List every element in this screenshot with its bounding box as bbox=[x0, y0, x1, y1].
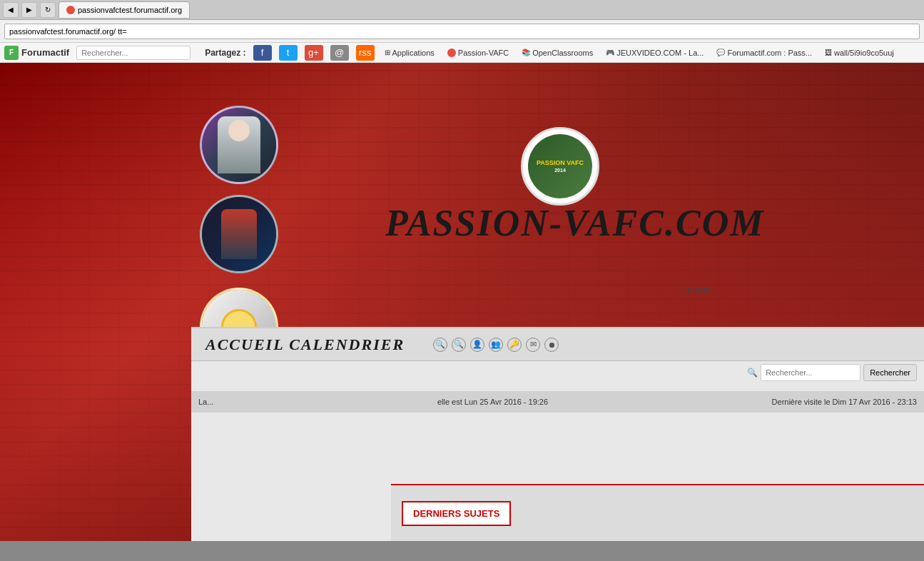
share-label: Partagez : bbox=[205, 48, 245, 58]
bookmark-forumactif[interactable]: 💬 Forumactif.com : Pass... bbox=[714, 47, 815, 59]
bookmark-wall-label: wall/5i9io9co5uuj bbox=[834, 49, 894, 57]
panel-search: 🔍 Rechercher bbox=[747, 364, 917, 381]
main-panel: ACCUEIL CALENDRIER 🔍 🔍 👤 👥 🔑 ✉ ⏺ 🔍 Reche… bbox=[191, 327, 924, 541]
panel-search-button[interactable]: Rechercher bbox=[863, 364, 917, 381]
nav-icon-group: 🔍 🔍 👤 👥 🔑 ✉ ⏺ bbox=[433, 338, 559, 352]
bookmark-openclassrooms[interactable]: 📚 OpenClassrooms bbox=[519, 47, 596, 59]
forumactif-label: Forumactif bbox=[21, 47, 69, 58]
page-content: PASSION VAFC 2014 PASSION-VAFC.COM le te… bbox=[0, 63, 924, 541]
forumactif-search-input[interactable] bbox=[76, 46, 191, 60]
panel-search-input[interactable] bbox=[761, 364, 860, 381]
search-icon-1[interactable]: 🔍 bbox=[433, 338, 447, 352]
user-bar-right: Dernière visite le Dim 17 Avr 2016 - 23:… bbox=[772, 398, 917, 406]
site-logo: PASSION VAFC 2014 bbox=[521, 127, 599, 206]
user-bar-left: La... bbox=[198, 398, 213, 406]
bookmark-fa-label: Forumactif.com : Pass... bbox=[727, 49, 812, 57]
tab-label: passionvafctest.forumactif.org bbox=[78, 6, 182, 14]
bottom-section: Derniers sujets bbox=[391, 484, 924, 541]
bookmark-oc-label: OpenClassrooms bbox=[532, 49, 593, 57]
nav-menu-bar: ACCUEIL CALENDRIER 🔍 🔍 👤 👥 🔑 ✉ ⏺ bbox=[191, 328, 924, 361]
user-icon[interactable]: 👤 bbox=[470, 338, 484, 352]
bookmark-jv-label: JEUXVIDEO.COM - La... bbox=[616, 49, 704, 57]
url-input[interactable] bbox=[4, 24, 920, 39]
active-tab[interactable]: passionvafctest.forumactif.org bbox=[59, 1, 190, 19]
key-icon[interactable]: 🔑 bbox=[507, 338, 522, 352]
googleplus-share-btn[interactable]: g+ bbox=[305, 45, 323, 61]
rss-share-btn[interactable]: rss bbox=[356, 45, 375, 61]
tab-bar: ◀ ▶ ↻ passionvafctest.forumactif.org bbox=[0, 0, 924, 20]
reload-button[interactable]: ↻ bbox=[40, 2, 56, 18]
tab-favicon bbox=[66, 6, 75, 14]
circle-icon[interactable]: ⏺ bbox=[544, 338, 559, 352]
search-magnifier-icon: 🔍 bbox=[747, 368, 758, 378]
derniers-sujets-button[interactable]: Derniers sujets bbox=[402, 501, 511, 526]
url-bar-area bbox=[0, 20, 924, 43]
user-bar-message: elle est Lun 25 Avr 2016 - 19:26 bbox=[437, 398, 548, 406]
users-icon[interactable]: 👥 bbox=[489, 338, 503, 352]
bookmark-passion-label: Passion-VAFC bbox=[458, 49, 509, 57]
forward-button[interactable]: ▶ bbox=[21, 2, 37, 18]
site-logo-inner: PASSION VAFC 2014 bbox=[528, 134, 592, 198]
site-title: PASSION-VAFC.COM bbox=[385, 202, 895, 244]
bookmarks-bar: F Forumactif Partagez : f t g+ @ rss ⊞ A… bbox=[0, 43, 924, 63]
forumactif-logo: F Forumactif bbox=[4, 46, 69, 60]
site-subtitle: le test bbox=[499, 284, 895, 295]
bookmark-jeuxvideo[interactable]: 🎮 JEUXVIDEO.COM - La... bbox=[603, 47, 706, 59]
avatar-1 bbox=[200, 106, 278, 184]
bookmark-applications-label: Applications bbox=[392, 49, 435, 57]
user-info-bar: La... elle est Lun 25 Avr 2016 - 19:26 D… bbox=[191, 391, 924, 413]
email-share-btn[interactable]: @ bbox=[330, 45, 349, 61]
facebook-share-btn[interactable]: f bbox=[253, 45, 272, 61]
nav-title: ACCUEIL CALENDRIER bbox=[205, 335, 405, 354]
back-button[interactable]: ◀ bbox=[3, 2, 19, 18]
bookmark-applications[interactable]: ⊞ Applications bbox=[382, 47, 437, 59]
forumactif-icon: F bbox=[4, 46, 19, 60]
browser-window: ◀ ▶ ↻ passionvafctest.forumactif.org F F… bbox=[0, 0, 924, 63]
search-icon-2[interactable]: 🔍 bbox=[452, 338, 466, 352]
bookmark-wall[interactable]: 🖼 wall/5i9io9co5uuj bbox=[822, 47, 897, 59]
avatar-2 bbox=[200, 195, 278, 273]
twitter-share-btn[interactable]: t bbox=[279, 45, 298, 61]
mail-icon[interactable]: ✉ bbox=[526, 338, 540, 352]
bookmark-passion-vafc[interactable]: Passion-VAFC bbox=[445, 47, 512, 59]
